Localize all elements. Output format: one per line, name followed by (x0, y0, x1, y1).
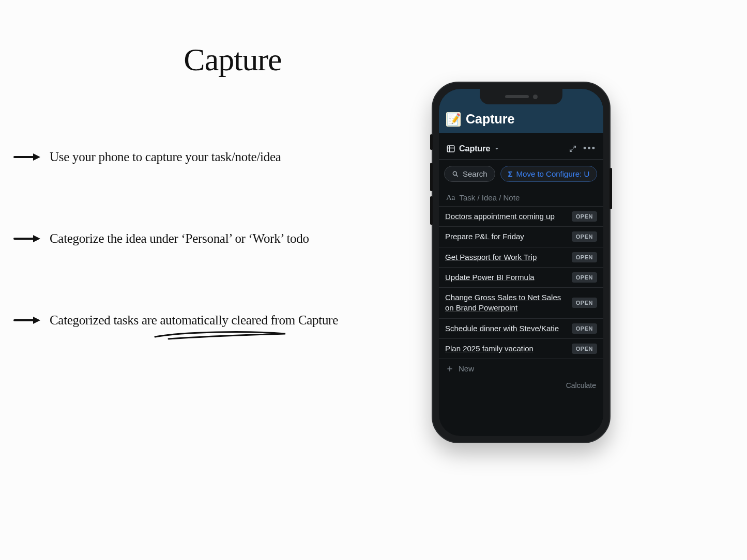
svg-rect-3 (447, 146, 454, 152)
view-name: Capture (459, 144, 490, 153)
task-text: Schedule dinner with Steve/Katie (445, 323, 567, 334)
task-text: Plan 2025 family vacation (445, 344, 567, 354)
move-label: Move to Configure: U (516, 169, 590, 178)
svg-line-7 (456, 175, 458, 176)
open-button[interactable]: OPEN (572, 298, 597, 308)
bullet-list: Use your phone to capture your task/note… (13, 150, 422, 328)
table-row[interactable]: Doctors appointment coming up OPEN (439, 207, 603, 227)
move-to-configure-button[interactable]: Σ Move to Configure: U (500, 166, 598, 182)
bullet-text: Categorized tasks are automatically clea… (50, 313, 338, 328)
column-header-label: Task / Idea / Note (460, 193, 520, 202)
arrow-icon (13, 152, 50, 162)
task-text: Get Passport for Work Trip (445, 252, 567, 262)
open-button[interactable]: OPEN (572, 211, 597, 222)
table-row[interactable]: Get Passport for Work Trip OPEN (439, 247, 603, 268)
table-row[interactable]: Schedule dinner with Steve/Katie OPEN (439, 319, 603, 339)
calculate-button[interactable]: Calculate (439, 378, 603, 390)
open-button[interactable]: OPEN (572, 344, 597, 354)
expand-icon[interactable] (569, 145, 577, 153)
task-text: Change Gross Sales to Net Sales on Brand… (445, 292, 567, 314)
open-button[interactable]: OPEN (572, 272, 597, 283)
column-header: Aa Task / Idea / Note (439, 188, 603, 207)
bullet-text: Categorize the idea under ‘Personal’ or … (50, 231, 309, 246)
bullet-item: Categorized tasks are automatically clea… (13, 313, 422, 328)
phone-side-button (430, 196, 433, 225)
phone-side-button (609, 168, 612, 209)
open-button[interactable]: OPEN (572, 231, 597, 242)
task-text: Prepare P&L for Friday (445, 231, 567, 242)
chevron-down-icon (494, 146, 500, 152)
task-rows: Doctors appointment coming up OPEN Prepa… (439, 207, 603, 436)
bullet-item: Use your phone to capture your task/note… (13, 150, 422, 164)
table-icon (446, 144, 455, 153)
table-row[interactable]: Prepare P&L for Friday OPEN (439, 227, 603, 247)
phone-notch (480, 89, 562, 104)
app-title: Capture (466, 112, 514, 127)
plus-icon (446, 365, 453, 372)
search-icon (452, 170, 459, 178)
task-text: Doctors appointment coming up (445, 211, 567, 222)
filter-chips: Search Σ Move to Configure: U (439, 160, 603, 188)
search-label: Search (463, 169, 487, 178)
view-bar: Capture ••• (439, 133, 603, 160)
svg-point-6 (453, 172, 456, 175)
open-button[interactable]: OPEN (572, 252, 597, 262)
sigma-icon: Σ (508, 169, 513, 178)
new-row-button[interactable]: New (439, 359, 603, 378)
open-button[interactable]: OPEN (572, 323, 597, 334)
table-row[interactable]: Update Power BI Formula OPEN (439, 268, 603, 288)
phone-side-button (430, 163, 433, 191)
more-icon[interactable]: ••• (583, 143, 596, 154)
view-selector[interactable]: Capture (446, 144, 500, 153)
bullet-item: Categorize the idea under ‘Personal’ or … (13, 231, 422, 246)
app-screen: 📝 Capture Capture (439, 89, 603, 436)
phone-mockup: 📝 Capture Capture (432, 82, 611, 443)
arrow-icon (13, 316, 50, 325)
memo-icon: 📝 (446, 112, 461, 127)
page-title: Capture (0, 41, 465, 78)
table-row[interactable]: Plan 2025 family vacation OPEN (439, 339, 603, 359)
phone-side-button (430, 134, 433, 150)
new-label: New (459, 364, 474, 373)
table-row[interactable]: Change Gross Sales to Net Sales on Brand… (439, 288, 603, 319)
text-type-icon: Aa (446, 193, 455, 202)
bullet-text: Use your phone to capture your task/note… (50, 150, 281, 164)
search-button[interactable]: Search (444, 166, 495, 182)
arrow-icon (13, 234, 50, 243)
task-text: Update Power BI Formula (445, 272, 567, 283)
underline-swoosh-icon (153, 330, 287, 341)
